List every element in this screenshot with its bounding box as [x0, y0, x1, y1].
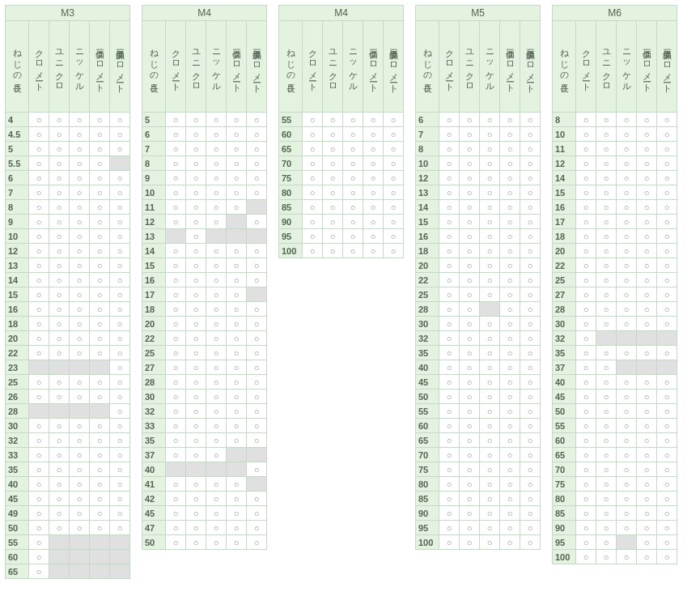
- available-cell: ○: [500, 433, 520, 448]
- available-cell: ○: [439, 244, 460, 258]
- available-cell: ○: [596, 287, 617, 302]
- available-cell: ○: [166, 258, 186, 273]
- available-cell: ○: [227, 331, 247, 346]
- available-cell: ○: [520, 492, 541, 506]
- row-length: 15: [142, 258, 166, 273]
- available-cell: ○: [617, 448, 637, 462]
- available-cell: ○: [384, 229, 404, 244]
- available-cell: ○: [596, 550, 617, 564]
- row-length: 85: [553, 506, 576, 521]
- available-cell: ○: [657, 346, 677, 360]
- row-length: 35: [553, 346, 576, 360]
- available-cell: ○: [617, 229, 637, 244]
- available-cell: ○: [206, 171, 227, 185]
- available-cell: ○: [657, 550, 677, 564]
- table-row: 4.5○○○○○: [6, 127, 130, 142]
- available-cell: ○: [657, 375, 677, 390]
- table-row: 23○: [6, 360, 130, 375]
- row-length: 22: [6, 346, 29, 360]
- table-row: 30○○○○○: [6, 419, 130, 433]
- available-cell: ○: [520, 433, 541, 448]
- column-header: 三価黒クロメート: [384, 21, 404, 113]
- available-cell: ○: [637, 492, 657, 506]
- available-cell: ○: [439, 521, 460, 535]
- table-row: 15○○○○○: [6, 287, 130, 302]
- table-row: 30○○○○○: [553, 317, 677, 331]
- unavailable-cell: [657, 360, 677, 375]
- available-cell: ○: [206, 287, 227, 302]
- table-row: 95○○○○○: [416, 521, 541, 535]
- row-length: 28: [416, 302, 439, 317]
- available-cell: ○: [227, 317, 247, 331]
- table-row: 49○○○○○: [6, 506, 130, 521]
- table-row: 50○○○○○: [553, 404, 677, 419]
- table-row: 25○○○○○: [142, 346, 267, 360]
- available-cell: ○: [637, 477, 657, 492]
- available-cell: ○: [49, 492, 70, 506]
- available-cell: ○: [90, 273, 110, 287]
- column-header: ねじの長さ: [279, 21, 303, 113]
- available-cell: ○: [29, 142, 49, 156]
- table-row: 35○○○○○: [553, 346, 677, 360]
- available-cell: ○: [480, 506, 500, 521]
- available-cell: ○: [70, 244, 90, 258]
- table-row: 33○○○○○: [142, 419, 267, 433]
- available-cell: ○: [29, 273, 49, 287]
- available-cell: ○: [576, 448, 596, 462]
- available-cell: ○: [29, 390, 49, 404]
- available-cell: ○: [323, 142, 343, 156]
- available-cell: ○: [460, 142, 480, 156]
- table-row: 5.5○○○○: [6, 156, 130, 171]
- row-length: 28: [6, 404, 29, 419]
- row-length: 45: [553, 390, 576, 404]
- available-cell: ○: [227, 156, 247, 171]
- row-length: 90: [553, 521, 576, 535]
- available-cell: ○: [70, 346, 90, 360]
- row-length: 15: [416, 215, 439, 229]
- table-row: 37○○○: [142, 448, 267, 462]
- available-cell: ○: [480, 156, 500, 171]
- row-length: 14: [553, 171, 576, 185]
- available-cell: ○: [303, 215, 323, 229]
- available-cell: ○: [70, 273, 90, 287]
- table-row: 85○○○○○: [279, 200, 404, 215]
- available-cell: ○: [90, 521, 110, 535]
- unavailable-cell: [227, 215, 247, 229]
- available-cell: ○: [70, 462, 90, 477]
- row-length: 20: [553, 244, 576, 258]
- available-cell: ○: [227, 506, 247, 521]
- table-row: 10○○○○○: [142, 185, 267, 200]
- available-cell: ○: [70, 302, 90, 317]
- available-cell: ○: [247, 156, 267, 171]
- available-cell: ○: [166, 156, 186, 171]
- row-length: 16: [6, 302, 29, 317]
- unavailable-cell: [90, 564, 110, 579]
- available-cell: ○: [227, 200, 247, 215]
- available-cell: ○: [439, 127, 460, 142]
- available-cell: ○: [206, 521, 227, 535]
- row-length: 20: [416, 258, 439, 273]
- available-cell: ○: [186, 229, 206, 244]
- availability-table: M6ねじの長さクロメートユニクロニッケル三価クロメート三価黒クロメート8○○○○…: [552, 5, 677, 564]
- available-cell: ○: [657, 448, 677, 462]
- available-cell: ○: [90, 477, 110, 492]
- available-cell: ○: [637, 273, 657, 287]
- available-cell: ○: [247, 215, 267, 229]
- column-header: クロメート: [29, 21, 49, 113]
- available-cell: ○: [439, 462, 460, 477]
- table-row: 70○○○○○: [416, 448, 541, 462]
- available-cell: ○: [206, 492, 227, 506]
- table-row: 22○○○○○: [553, 258, 677, 273]
- table-row: 42○○○○○: [142, 492, 267, 506]
- available-cell: ○: [520, 229, 541, 244]
- available-cell: ○: [186, 331, 206, 346]
- available-cell: ○: [460, 433, 480, 448]
- available-cell: ○: [576, 113, 596, 127]
- available-cell: ○: [657, 390, 677, 404]
- unavailable-cell: [227, 448, 247, 462]
- available-cell: ○: [576, 171, 596, 185]
- available-cell: ○: [186, 287, 206, 302]
- table-row: 45○○○○○: [553, 390, 677, 404]
- unavailable-cell: [206, 462, 227, 477]
- available-cell: ○: [70, 258, 90, 273]
